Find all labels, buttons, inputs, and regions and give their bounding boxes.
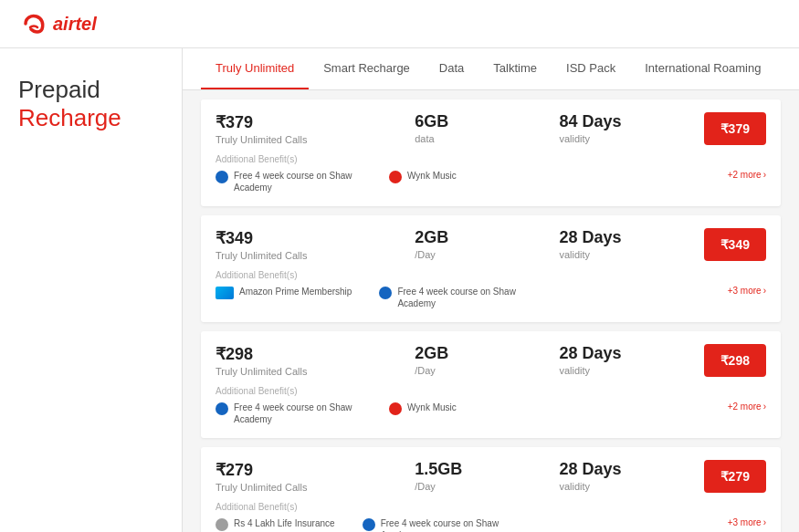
sidebar-title-recharge: Recharge xyxy=(18,104,163,132)
benefit-text-3-0: Rs 4 Lakh Life Insurance xyxy=(234,517,335,529)
plan-validity-val-2: 28 Days xyxy=(559,344,650,363)
plan-desc-0: Truly Unlimited Calls xyxy=(216,134,362,145)
sidebar-title-prepaid: Prepaid xyxy=(18,76,163,104)
plan-price-3: ₹279 xyxy=(216,460,362,480)
content-area: Truly Unlimited Smart Recharge Data Talk… xyxy=(183,48,799,532)
tabs-bar: Truly Unlimited Smart Recharge Data Talk… xyxy=(183,48,799,90)
plan-price-1: ₹349 xyxy=(216,228,362,248)
plan-validity-sub-0: validity xyxy=(559,133,650,144)
benefit-item-3-1: Free 4 week course on Shaw Academy xyxy=(363,517,509,532)
benefits-section-1: Additional Benefit(s) Amazon Prime Membe… xyxy=(216,270,766,309)
plan-desc-3: Truly Unlimited Calls xyxy=(216,482,362,493)
recharge-btn-2[interactable]: ₹298 xyxy=(704,344,766,377)
more-link-1[interactable]: +3 more › xyxy=(728,286,766,296)
plan-detail-col-2: ₹298 Truly Unlimited Calls xyxy=(216,344,362,377)
benefit-text-3-1: Free 4 week course on Shaw Academy xyxy=(381,517,509,532)
tab-truly-unlimited[interactable]: Truly Unlimited xyxy=(201,48,309,89)
benefit-text-1-0: Amazon Prime Membership xyxy=(239,286,352,297)
benefit-text-0-1: Wynk Music xyxy=(407,170,457,182)
airtel-logo: airtel xyxy=(18,11,97,37)
tab-smart-recharge[interactable]: Smart Recharge xyxy=(309,48,425,89)
plan-data-col-1: 2GB /Day xyxy=(415,228,506,260)
plan-data-sub-2: /Day xyxy=(415,365,506,376)
plan-desc-2: Truly Unlimited Calls xyxy=(216,366,362,377)
plan-data-sub-1: /Day xyxy=(415,249,506,260)
tab-talktime[interactable]: Talktime xyxy=(478,48,552,89)
plan-validity-sub-2: validity xyxy=(559,365,650,376)
recharge-btn-0[interactable]: ₹379 xyxy=(704,112,766,145)
benefit-item-2-1: Wynk Music xyxy=(389,402,457,425)
plan-validity-col-2: 28 Days validity xyxy=(559,344,650,376)
tab-isd-pack[interactable]: ISD Pack xyxy=(552,48,630,89)
benefits-label-0: Additional Benefit(s) xyxy=(216,154,766,164)
benefits-row-1: Amazon Prime Membership Free 4 week cour… xyxy=(216,286,766,309)
benefit-dot-blue-0-0 xyxy=(216,171,228,183)
plan-data-sub-3: /Day xyxy=(415,481,506,492)
plan-btn-col-0: ₹379 xyxy=(704,112,766,145)
plan-main-row-2: ₹298 Truly Unlimited Calls 2GB /Day 28 D… xyxy=(216,344,766,377)
plan-card-1: ₹349 Truly Unlimited Calls 2GB /Day 28 D… xyxy=(201,215,781,322)
insurance-icon-3-0 xyxy=(216,518,228,531)
benefits-items-0: Free 4 week course on Shaw Academy Wynk … xyxy=(216,170,728,193)
benefit-item-1-1: Free 4 week course on Shaw Academy xyxy=(379,286,525,309)
tab-international-roaming[interactable]: International Roaming xyxy=(630,48,775,89)
more-text-1: +3 more xyxy=(728,286,762,296)
plan-detail-col-3: ₹279 Truly Unlimited Calls xyxy=(216,460,362,493)
benefits-items-3: Rs 4 Lakh Life Insurance Free 4 week cou… xyxy=(216,517,728,532)
airtel-logo-text: airtel xyxy=(53,14,97,35)
benefit-dot-red-0-1 xyxy=(389,171,402,183)
plan-data-col-3: 1.5GB /Day xyxy=(415,460,506,492)
benefits-items-1: Amazon Prime Membership Free 4 week cour… xyxy=(216,286,728,309)
benefit-text-0-0: Free 4 week course on Shaw Academy xyxy=(234,170,362,193)
benefits-section-0: Additional Benefit(s) Free 4 week course… xyxy=(216,154,766,193)
recharge-btn-3[interactable]: ₹279 xyxy=(704,460,766,493)
benefit-text-2-0: Free 4 week course on Shaw Academy xyxy=(234,402,362,425)
plan-btn-col-3: ₹279 xyxy=(704,460,766,493)
benefits-label-3: Additional Benefit(s) xyxy=(216,502,766,512)
more-link-2[interactable]: +2 more › xyxy=(728,402,766,412)
plan-btn-col-2: ₹298 xyxy=(704,344,766,377)
plan-desc-1: Truly Unlimited Calls xyxy=(216,250,362,261)
chevron-icon-1: › xyxy=(763,286,766,296)
plan-data-val-3: 1.5GB xyxy=(415,460,506,479)
recharge-btn-1[interactable]: ₹349 xyxy=(704,228,766,261)
plan-validity-val-3: 28 Days xyxy=(559,460,650,479)
more-link-3[interactable]: +3 more › xyxy=(728,517,766,527)
benefits-row-2: Free 4 week course on Shaw Academy Wynk … xyxy=(216,402,766,425)
amazon-icon-1-0 xyxy=(216,287,234,299)
plan-btn-col-1: ₹349 xyxy=(704,228,766,261)
benefit-item-0-1: Wynk Music xyxy=(389,170,457,193)
benefits-section-2: Additional Benefit(s) Free 4 week course… xyxy=(216,386,766,425)
benefit-dot-blue-2-0 xyxy=(216,402,228,415)
chevron-icon-2: › xyxy=(763,402,766,412)
plan-data-val-1: 2GB xyxy=(415,228,506,247)
tab-data[interactable]: Data xyxy=(425,48,478,89)
plan-data-col-0: 6GB data xyxy=(415,112,506,144)
plan-data-sub-0: data xyxy=(415,133,506,144)
airtel-logo-icon xyxy=(18,11,47,37)
plan-validity-col-3: 28 Days validity xyxy=(559,460,650,492)
benefits-row-0: Free 4 week course on Shaw Academy Wynk … xyxy=(216,170,766,193)
benefit-item-0-0: Free 4 week course on Shaw Academy xyxy=(216,170,362,193)
more-link-0[interactable]: +2 more › xyxy=(728,170,766,180)
plan-price-2: ₹298 xyxy=(216,344,362,364)
plan-validity-val-0: 84 Days xyxy=(559,112,650,131)
plan-data-col-2: 2GB /Day xyxy=(415,344,506,376)
plan-validity-sub-1: validity xyxy=(559,249,650,260)
benefits-label-1: Additional Benefit(s) xyxy=(216,270,766,280)
plan-card-0: ₹379 Truly Unlimited Calls 6GB data 84 D… xyxy=(201,99,781,206)
chevron-icon-3: › xyxy=(763,517,766,527)
plan-main-row-0: ₹379 Truly Unlimited Calls 6GB data 84 D… xyxy=(216,112,766,145)
more-text-0: +2 more xyxy=(728,170,762,180)
plan-validity-val-1: 28 Days xyxy=(559,228,650,247)
plan-detail-col-1: ₹349 Truly Unlimited Calls xyxy=(216,228,362,261)
benefit-dot-red-2-1 xyxy=(389,402,402,415)
plan-validity-sub-3: validity xyxy=(559,481,650,492)
benefit-item-3-0: Rs 4 Lakh Life Insurance xyxy=(216,517,335,532)
plan-card-2: ₹298 Truly Unlimited Calls 2GB /Day 28 D… xyxy=(201,331,781,438)
plan-data-val-0: 6GB xyxy=(415,112,506,131)
benefits-row-3: Rs 4 Lakh Life Insurance Free 4 week cou… xyxy=(216,517,766,532)
benefit-item-2-0: Free 4 week course on Shaw Academy xyxy=(216,402,362,425)
benefits-items-2: Free 4 week course on Shaw Academy Wynk … xyxy=(216,402,728,425)
benefit-item-1-0: Amazon Prime Membership xyxy=(216,286,352,309)
